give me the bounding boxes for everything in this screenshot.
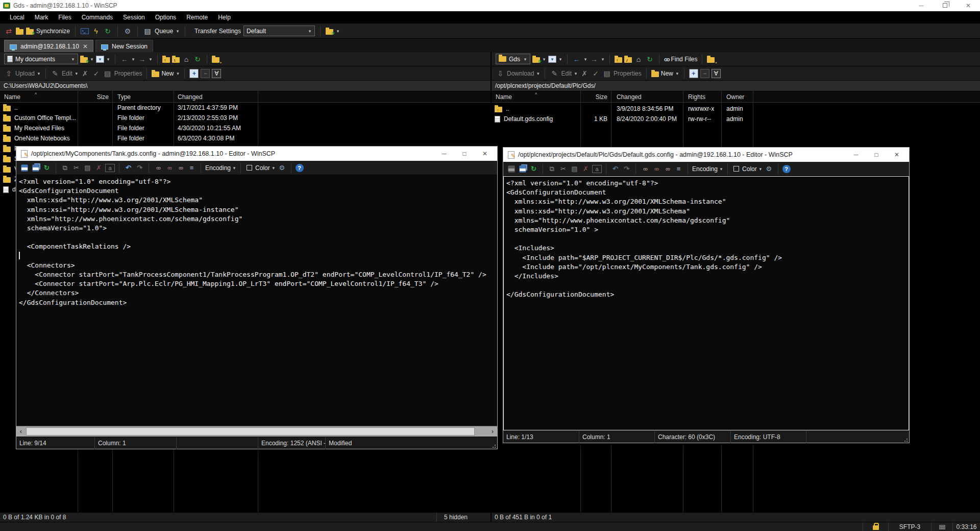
- select-all-icon[interactable]: a: [592, 165, 602, 173]
- undo-icon[interactable]: ↶: [124, 163, 133, 173]
- new-dropdown-icon[interactable]: ▾: [176, 69, 180, 78]
- table-row[interactable]: OneNote Notebooks File folder 6/3/2020 4…: [0, 133, 491, 143]
- select-files-icon[interactable]: +: [189, 69, 199, 78]
- forward-icon[interactable]: →: [137, 55, 146, 64]
- save-icon[interactable]: [506, 164, 516, 174]
- replace-icon[interactable]: oo: [651, 164, 661, 174]
- tab-close-icon[interactable]: ✕: [83, 43, 88, 50]
- tab-new-session[interactable]: New Session: [95, 40, 153, 52]
- reload-icon[interactable]: ↻: [42, 163, 52, 173]
- color-checkbox[interactable]: [733, 166, 739, 172]
- preferences-gear-icon[interactable]: ⚙: [123, 27, 132, 36]
- filter-dropdown-icon[interactable]: ▾: [558, 55, 562, 64]
- menu-commands[interactable]: Commands: [77, 11, 117, 23]
- color-menu[interactable]: Color: [742, 165, 757, 173]
- session-color-dropdown-icon[interactable]: ▾: [336, 27, 340, 36]
- transfer-settings-select[interactable]: Default ▾: [243, 26, 315, 36]
- color-dropdown-icon[interactable]: ▾: [272, 163, 276, 173]
- console-icon[interactable]: ›_: [81, 28, 89, 34]
- color-checkbox[interactable]: [247, 165, 252, 171]
- upload-dropdown-icon[interactable]: ▾: [37, 69, 41, 78]
- close-button[interactable]: ✕: [957, 0, 980, 11]
- menu-remote[interactable]: Remote: [182, 11, 212, 23]
- parent-directory-icon[interactable]: ↑: [615, 57, 622, 63]
- hidden-files-count[interactable]: 5 hidden: [436, 513, 491, 522]
- new-button[interactable]: New: [161, 70, 174, 77]
- undo-icon[interactable]: ↶: [610, 164, 620, 174]
- remote-drive-selector[interactable]: Gds ▾: [496, 54, 530, 64]
- menu-local[interactable]: Local: [5, 11, 29, 23]
- close-button[interactable]: ✕: [887, 151, 907, 158]
- maximize-button[interactable]: □: [454, 150, 475, 157]
- encoding-dropdown-icon[interactable]: ▾: [232, 163, 236, 173]
- forward-dropdown-icon[interactable]: ▾: [601, 55, 605, 64]
- edit-dropdown-icon[interactable]: ▾: [574, 69, 578, 78]
- copy-session-icon[interactable]: ▪: [212, 57, 219, 63]
- delete-icon[interactable]: ✗: [580, 69, 589, 78]
- queue-icon[interactable]: ▤: [143, 27, 152, 36]
- resize-grip[interactable]: [492, 444, 496, 448]
- column-header-rights[interactable]: Rights: [688, 91, 705, 103]
- encoding-dropdown-icon[interactable]: ▾: [719, 164, 723, 174]
- copy-icon[interactable]: ⧉: [60, 163, 70, 173]
- unselect-files-icon[interactable]: −: [700, 69, 709, 78]
- maximize-button[interactable]: □: [866, 151, 887, 158]
- tab-session-active[interactable]: admin@192.168.1.10 ✕: [4, 40, 93, 52]
- cut-icon[interactable]: ✂: [71, 163, 81, 173]
- menu-session[interactable]: Session: [118, 11, 150, 23]
- encoding-menu[interactable]: Encoding: [692, 165, 718, 173]
- back-dropdown-icon[interactable]: ▾: [583, 55, 587, 64]
- new-dropdown-icon[interactable]: ▾: [675, 69, 679, 78]
- select-all-icon[interactable]: a: [105, 164, 115, 172]
- home-directory-icon[interactable]: ⌂: [634, 55, 643, 64]
- back-icon[interactable]: ←: [572, 55, 581, 64]
- resize-grip[interactable]: [904, 438, 908, 442]
- filter-dropdown-icon[interactable]: ▾: [106, 55, 110, 64]
- edit-dropdown-icon[interactable]: ▾: [75, 69, 79, 78]
- go-to-line-icon[interactable]: ≡: [674, 164, 683, 174]
- editor-text-area[interactable]: <?xml version="1.0" encoding="utf-8"?> <…: [16, 175, 497, 426]
- table-row[interactable]: Custom Office Templ... File folder 2/13/…: [0, 113, 491, 123]
- find-icon[interactable]: oo: [153, 163, 163, 173]
- download-button[interactable]: Download: [507, 70, 534, 77]
- rename-icon[interactable]: ✓: [591, 69, 600, 78]
- filter-icon[interactable]: ▼: [548, 56, 556, 63]
- delete-icon[interactable]: ✗: [581, 164, 591, 174]
- copy-icon[interactable]: ⧉: [547, 164, 557, 174]
- editor-titlebar[interactable]: /opt/plcnext/MyComponents/Tank.gds.confi…: [16, 147, 497, 161]
- queue-dropdown-icon[interactable]: ▾: [176, 27, 180, 36]
- command-icon[interactable]: ϟ: [91, 27, 101, 36]
- select-all-files-icon[interactable]: ∀: [212, 69, 221, 78]
- save-icon[interactable]: [19, 163, 29, 173]
- column-header-changed[interactable]: Changed: [178, 91, 203, 103]
- find-icon[interactable]: oo: [640, 164, 650, 174]
- refresh-icon[interactable]: ↻: [193, 55, 202, 64]
- column-header-name[interactable]: Name: [4, 91, 20, 103]
- root-directory-icon[interactable]: /: [624, 57, 632, 63]
- editor-text-area[interactable]: <?xml version="1.0" encoding="utf-8"?> <…: [503, 176, 909, 430]
- color-dropdown-icon[interactable]: ▾: [758, 164, 763, 174]
- menu-mark[interactable]: Mark: [30, 11, 53, 23]
- find-next-icon[interactable]: oo: [663, 164, 672, 174]
- secure-lock-icon[interactable]: [863, 522, 888, 531]
- rename-icon[interactable]: ✓: [92, 69, 101, 78]
- synchronize-button[interactable]: Synchronize: [36, 28, 70, 35]
- delete-icon[interactable]: ✗: [94, 163, 104, 173]
- download-dropdown-icon[interactable]: ▾: [536, 69, 540, 78]
- paste-icon[interactable]: ▤: [570, 164, 579, 174]
- table-row[interactable]: My Received Files File folder 4/30/2020 …: [0, 123, 491, 133]
- queue-button[interactable]: Queue: [155, 28, 173, 35]
- open-directory-icon[interactable]: ↻: [532, 57, 540, 63]
- column-header-name[interactable]: Name: [496, 91, 512, 103]
- preferences-gear-icon[interactable]: ⚙: [764, 164, 774, 174]
- table-row[interactable]: Default.gds.config 1 KB 8/24/2020 2:00:4…: [492, 114, 980, 124]
- session-server-icon[interactable]: [931, 522, 952, 531]
- table-row[interactable]: ↑.. Parent directory 3/17/2021 4:37:59 P…: [0, 103, 491, 113]
- table-row[interactable]: ↑.. 3/9/2018 8:34:56 PM rwxrwxr-x admin: [492, 104, 980, 114]
- color-menu[interactable]: Color: [255, 164, 270, 172]
- copy-session-icon[interactable]: ▪: [707, 57, 715, 63]
- column-header-size[interactable]: Size: [580, 91, 607, 103]
- column-header-changed[interactable]: Changed: [617, 91, 642, 103]
- session-color-icon[interactable]: ↻: [326, 29, 333, 35]
- redo-icon[interactable]: ↷: [622, 164, 631, 174]
